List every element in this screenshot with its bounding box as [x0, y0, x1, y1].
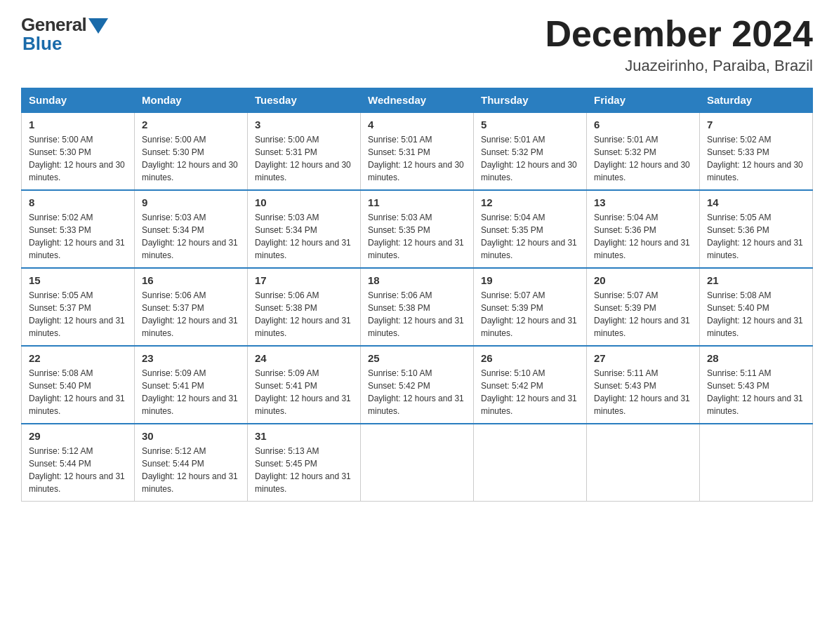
- day-info: Sunrise: 5:05 AMSunset: 5:36 PMDaylight:…: [707, 211, 805, 262]
- day-info: Sunrise: 5:08 AMSunset: 5:40 PMDaylight:…: [707, 289, 805, 340]
- day-number: 3: [255, 119, 353, 130]
- day-number: 12: [481, 196, 579, 208]
- day-number: 23: [142, 352, 240, 364]
- col-saturday: Saturday: [700, 88, 813, 113]
- calendar-cell: 7 Sunrise: 5:02 AMSunset: 5:33 PMDayligh…: [700, 112, 813, 190]
- day-info: Sunrise: 5:00 AMSunset: 5:31 PMDaylight:…: [255, 133, 353, 184]
- day-number: 13: [594, 196, 692, 208]
- calendar-cell: 18 Sunrise: 5:06 AMSunset: 5:38 PMDaylig…: [361, 268, 474, 346]
- day-number: 27: [594, 352, 692, 364]
- calendar-cell: 3 Sunrise: 5:00 AMSunset: 5:31 PMDayligh…: [248, 112, 361, 190]
- calendar-cell: 23 Sunrise: 5:09 AMSunset: 5:41 PMDaylig…: [135, 346, 248, 424]
- day-number: 20: [594, 274, 692, 286]
- day-info: Sunrise: 5:07 AMSunset: 5:39 PMDaylight:…: [481, 289, 579, 340]
- calendar-cell: [361, 424, 474, 502]
- day-info: Sunrise: 5:06 AMSunset: 5:38 PMDaylight:…: [255, 289, 353, 340]
- calendar-cell: [587, 424, 700, 502]
- calendar-cell: 29 Sunrise: 5:12 AMSunset: 5:44 PMDaylig…: [22, 424, 135, 502]
- day-info: Sunrise: 5:10 AMSunset: 5:42 PMDaylight:…: [481, 367, 579, 417]
- col-friday: Friday: [587, 88, 700, 113]
- day-number: 5: [481, 119, 579, 130]
- calendar-cell: 25 Sunrise: 5:10 AMSunset: 5:42 PMDaylig…: [361, 346, 474, 424]
- day-number: 28: [707, 352, 805, 364]
- calendar-cell: 9 Sunrise: 5:03 AMSunset: 5:34 PMDayligh…: [135, 190, 248, 268]
- day-info: Sunrise: 5:09 AMSunset: 5:41 PMDaylight:…: [255, 367, 353, 417]
- day-number: 18: [368, 274, 466, 286]
- month-title: December 2024: [545, 14, 813, 54]
- day-number: 8: [29, 196, 127, 208]
- calendar-cell: 1 Sunrise: 5:00 AMSunset: 5:30 PMDayligh…: [22, 112, 135, 190]
- calendar-cell: [474, 424, 587, 502]
- calendar-cell: 22 Sunrise: 5:08 AMSunset: 5:40 PMDaylig…: [22, 346, 135, 424]
- header-row: Sunday Monday Tuesday Wednesday Thursday…: [22, 88, 813, 113]
- day-number: 25: [368, 352, 466, 364]
- calendar-cell: 24 Sunrise: 5:09 AMSunset: 5:41 PMDaylig…: [248, 346, 361, 424]
- day-number: 11: [368, 196, 466, 208]
- day-info: Sunrise: 5:01 AMSunset: 5:31 PMDaylight:…: [368, 133, 466, 184]
- day-number: 26: [481, 352, 579, 364]
- logo-triangle-icon: [88, 18, 108, 34]
- day-info: Sunrise: 5:12 AMSunset: 5:44 PMDaylight:…: [142, 445, 240, 495]
- day-info: Sunrise: 5:00 AMSunset: 5:30 PMDaylight:…: [142, 133, 240, 184]
- day-info: Sunrise: 5:02 AMSunset: 5:33 PMDaylight:…: [29, 211, 127, 262]
- day-info: Sunrise: 5:09 AMSunset: 5:41 PMDaylight:…: [142, 367, 240, 417]
- day-info: Sunrise: 5:13 AMSunset: 5:45 PMDaylight:…: [255, 445, 353, 495]
- col-sunday: Sunday: [22, 88, 135, 113]
- day-number: 29: [29, 430, 127, 442]
- week-row-1: 1 Sunrise: 5:00 AMSunset: 5:30 PMDayligh…: [22, 112, 813, 190]
- calendar-cell: 14 Sunrise: 5:05 AMSunset: 5:36 PMDaylig…: [700, 190, 813, 268]
- day-number: 19: [481, 274, 579, 286]
- calendar-cell: 6 Sunrise: 5:01 AMSunset: 5:32 PMDayligh…: [587, 112, 700, 190]
- calendar-cell: 13 Sunrise: 5:04 AMSunset: 5:36 PMDaylig…: [587, 190, 700, 268]
- calendar-cell: 28 Sunrise: 5:11 AMSunset: 5:43 PMDaylig…: [700, 346, 813, 424]
- title-block: December 2024 Juazeirinho, Paraiba, Braz…: [545, 14, 813, 75]
- day-info: Sunrise: 5:00 AMSunset: 5:30 PMDaylight:…: [29, 133, 127, 184]
- day-info: Sunrise: 5:03 AMSunset: 5:35 PMDaylight:…: [368, 211, 466, 262]
- calendar-cell: 27 Sunrise: 5:11 AMSunset: 5:43 PMDaylig…: [587, 346, 700, 424]
- calendar-cell: 26 Sunrise: 5:10 AMSunset: 5:42 PMDaylig…: [474, 346, 587, 424]
- day-number: 31: [255, 430, 353, 442]
- day-info: Sunrise: 5:04 AMSunset: 5:36 PMDaylight:…: [594, 211, 692, 262]
- calendar-cell: 11 Sunrise: 5:03 AMSunset: 5:35 PMDaylig…: [361, 190, 474, 268]
- calendar-cell: 8 Sunrise: 5:02 AMSunset: 5:33 PMDayligh…: [22, 190, 135, 268]
- day-number: 1: [29, 119, 127, 130]
- day-number: 22: [29, 352, 127, 364]
- week-row-4: 22 Sunrise: 5:08 AMSunset: 5:40 PMDaylig…: [22, 346, 813, 424]
- day-info: Sunrise: 5:03 AMSunset: 5:34 PMDaylight:…: [142, 211, 240, 262]
- calendar-cell: 5 Sunrise: 5:01 AMSunset: 5:32 PMDayligh…: [474, 112, 587, 190]
- col-thursday: Thursday: [474, 88, 587, 113]
- day-info: Sunrise: 5:07 AMSunset: 5:39 PMDaylight:…: [594, 289, 692, 340]
- calendar-cell: 15 Sunrise: 5:05 AMSunset: 5:37 PMDaylig…: [22, 268, 135, 346]
- day-info: Sunrise: 5:03 AMSunset: 5:34 PMDaylight:…: [255, 211, 353, 262]
- calendar-cell: [700, 424, 813, 502]
- day-info: Sunrise: 5:06 AMSunset: 5:38 PMDaylight:…: [368, 289, 466, 340]
- day-number: 17: [255, 274, 353, 286]
- logo-blue-text: Blue: [22, 33, 62, 55]
- col-wednesday: Wednesday: [361, 88, 474, 113]
- day-number: 15: [29, 274, 127, 286]
- day-info: Sunrise: 5:11 AMSunset: 5:43 PMDaylight:…: [594, 367, 692, 417]
- calendar-cell: 4 Sunrise: 5:01 AMSunset: 5:31 PMDayligh…: [361, 112, 474, 190]
- week-row-3: 15 Sunrise: 5:05 AMSunset: 5:37 PMDaylig…: [22, 268, 813, 346]
- calendar-cell: 12 Sunrise: 5:04 AMSunset: 5:35 PMDaylig…: [474, 190, 587, 268]
- day-number: 9: [142, 196, 240, 208]
- location-subtitle: Juazeirinho, Paraiba, Brazil: [545, 57, 813, 75]
- calendar-cell: 30 Sunrise: 5:12 AMSunset: 5:44 PMDaylig…: [135, 424, 248, 502]
- day-info: Sunrise: 5:11 AMSunset: 5:43 PMDaylight:…: [707, 367, 805, 417]
- day-number: 24: [255, 352, 353, 364]
- calendar-cell: 31 Sunrise: 5:13 AMSunset: 5:45 PMDaylig…: [248, 424, 361, 502]
- calendar-cell: 19 Sunrise: 5:07 AMSunset: 5:39 PMDaylig…: [474, 268, 587, 346]
- day-info: Sunrise: 5:08 AMSunset: 5:40 PMDaylight:…: [29, 367, 127, 417]
- day-info: Sunrise: 5:01 AMSunset: 5:32 PMDaylight:…: [481, 133, 579, 184]
- day-info: Sunrise: 5:12 AMSunset: 5:44 PMDaylight:…: [29, 445, 127, 495]
- day-info: Sunrise: 5:10 AMSunset: 5:42 PMDaylight:…: [368, 367, 466, 417]
- day-number: 21: [707, 274, 805, 286]
- week-row-2: 8 Sunrise: 5:02 AMSunset: 5:33 PMDayligh…: [22, 190, 813, 268]
- calendar-cell: 10 Sunrise: 5:03 AMSunset: 5:34 PMDaylig…: [248, 190, 361, 268]
- day-number: 30: [142, 430, 240, 442]
- logo: General Blue: [21, 14, 108, 55]
- day-number: 7: [707, 119, 805, 130]
- week-row-5: 29 Sunrise: 5:12 AMSunset: 5:44 PMDaylig…: [22, 424, 813, 502]
- day-number: 4: [368, 119, 466, 130]
- day-number: 10: [255, 196, 353, 208]
